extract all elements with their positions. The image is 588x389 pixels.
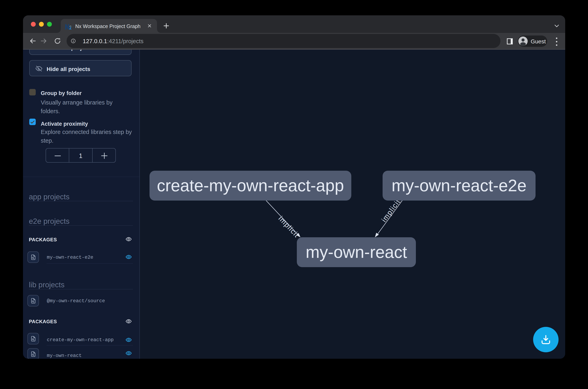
svg-text:implicit: implicit [380,197,402,223]
